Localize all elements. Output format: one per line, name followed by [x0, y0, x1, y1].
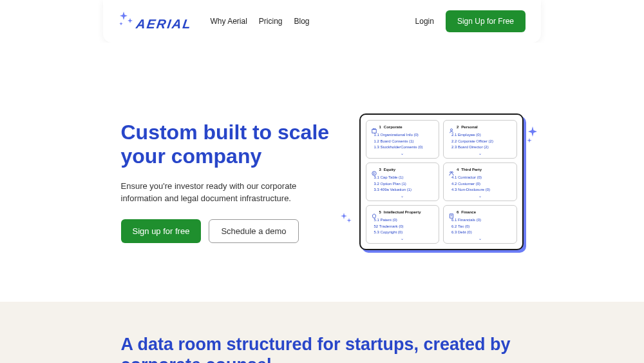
- category-icon: [449, 124, 454, 130]
- category-item[interactable]: 1.2 Board Consents (1): [372, 139, 434, 145]
- category-item[interactable]: 52 Trademark (0): [372, 224, 434, 230]
- category-item[interactable]: 4.3 Non-Disclosure (0): [449, 187, 511, 193]
- category-item[interactable]: 6.2 Tax (0): [449, 224, 511, 230]
- category-item[interactable]: 2.2 Corporate Officer (2): [449, 139, 511, 145]
- nav-pricing[interactable]: Pricing: [259, 17, 283, 26]
- category-item[interactable]: 3.2 Option Plan (1): [372, 181, 434, 188]
- schedule-demo-button[interactable]: Schedule a demo: [209, 219, 298, 243]
- category-number: 3: [379, 168, 381, 172]
- sparkle-icon: [118, 12, 134, 27]
- data-room-preview: 1Corporate1.1 Organizational Info (0)1.2…: [359, 113, 524, 250]
- section2-title: A data room structured for startups, cre…: [121, 334, 524, 363]
- category-title: Third Party: [461, 168, 482, 172]
- brand-logo[interactable]: AERIAL: [118, 12, 192, 32]
- chevron-down-icon[interactable]: ⌄: [372, 151, 434, 155]
- category-title: Intellectual Property: [384, 210, 421, 214]
- category-icon: [372, 124, 377, 130]
- chevron-down-icon[interactable]: ⌄: [372, 193, 434, 198]
- chevron-down-icon[interactable]: ⌄: [372, 236, 434, 240]
- category-card[interactable]: 5Intellectual Property5.1 Patent (0)52 T…: [366, 205, 440, 244]
- category-card[interactable]: 3Equity3.1 Cap Table (1)3.2 Option Plan …: [366, 162, 440, 201]
- category-item[interactable]: 5.3 Copyright (0): [372, 230, 434, 236]
- chevron-down-icon[interactable]: ⌄: [449, 151, 511, 155]
- category-card[interactable]: 1Corporate1.1 Organizational Info (0)1.2…: [366, 120, 440, 159]
- category-number: 1: [379, 125, 381, 129]
- category-item[interactable]: 2.1 Employee (0): [449, 132, 511, 139]
- category-title: Corporate: [384, 125, 402, 129]
- category-item[interactable]: 5.1 Patent (0): [372, 217, 434, 224]
- sparkle-decoration-icon: [526, 126, 539, 144]
- category-icon: [372, 167, 377, 172]
- category-title: Finance: [461, 210, 476, 214]
- category-item[interactable]: 6.1 Financials (0): [449, 217, 511, 224]
- brand-name: AERIAL: [135, 12, 194, 32]
- category-icon: [372, 210, 377, 215]
- category-card[interactable]: 6Finance6.1 Financials (0)6.2 Tax (0)6.3…: [443, 205, 517, 244]
- signup-button[interactable]: Sign Up for Free: [446, 10, 526, 32]
- category-number: 4: [457, 168, 459, 172]
- category-item[interactable]: 3.3 409a Valuation (1): [372, 187, 434, 193]
- category-item[interactable]: 1.3 StockholderConsents (0): [372, 144, 434, 151]
- hero-title: Custom built to scale your company: [121, 121, 334, 168]
- category-item[interactable]: 1.1 Organizational Info (0): [372, 132, 434, 139]
- svg-point-2: [450, 129, 452, 131]
- svg-rect-1: [373, 128, 375, 130]
- chevron-down-icon[interactable]: ⌄: [449, 193, 511, 198]
- category-item[interactable]: 4.1 Contractor (0): [449, 175, 511, 181]
- category-icon: [449, 210, 454, 215]
- hero-signup-button[interactable]: Sign up for free: [121, 219, 202, 243]
- category-item[interactable]: 2.3 Board Director (2): [449, 144, 511, 151]
- category-title: Equity: [384, 168, 395, 172]
- category-icon: [449, 167, 454, 172]
- category-item[interactable]: 3.1 Cap Table (1): [372, 175, 434, 181]
- svg-point-5: [451, 172, 453, 173]
- hero-subtitle: Ensure you're investor ready with our co…: [121, 180, 334, 205]
- category-title: Personal: [461, 125, 477, 129]
- category-number: 5: [379, 210, 381, 214]
- nav-blog[interactable]: Blog: [294, 17, 310, 26]
- category-item[interactable]: 6.3 Debt (0): [449, 230, 511, 236]
- category-card[interactable]: 2Personal2.1 Employee (0)2.2 Corporate O…: [443, 120, 517, 159]
- sparkle-decoration-icon: [340, 213, 353, 224]
- nav-why-aerial[interactable]: Why Aerial: [210, 17, 247, 26]
- category-card[interactable]: 4Third Party4.1 Contractor (0)4.2 Custom…: [443, 162, 517, 201]
- header: AERIAL Why Aerial Pricing Blog Login Sig…: [103, 0, 541, 43]
- category-item[interactable]: 4.2 Customer (0): [449, 181, 511, 188]
- main-nav: Why Aerial Pricing Blog: [210, 17, 397, 26]
- chevron-down-icon[interactable]: ⌄: [449, 236, 511, 240]
- login-link[interactable]: Login: [415, 17, 434, 26]
- section-data-room: A data room structured for startups, cre…: [0, 302, 644, 363]
- category-number: 2: [457, 125, 459, 129]
- category-number: 6: [457, 210, 459, 214]
- hero-section: Custom built to scale your company Ensur…: [0, 43, 644, 302]
